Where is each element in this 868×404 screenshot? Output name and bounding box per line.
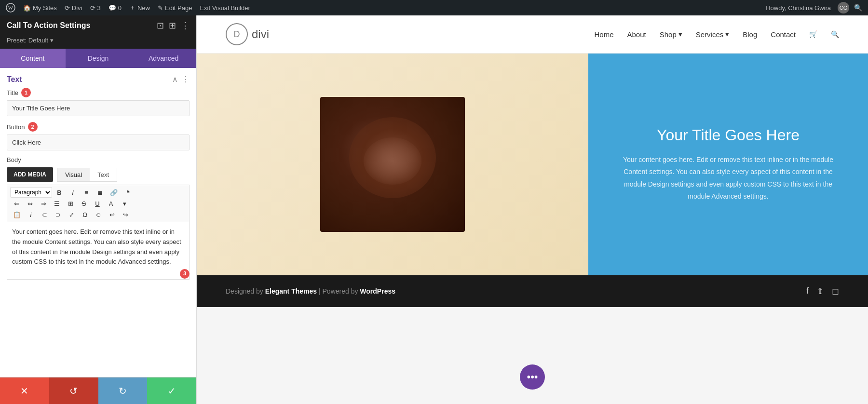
nav-blog[interactable]: Blog: [743, 30, 757, 39]
exit-vb-link[interactable]: Exit Visual Builder: [200, 4, 250, 12]
body-badge: 3: [180, 269, 190, 279]
undo-button[interactable]: ↺: [49, 377, 98, 404]
toolbar-row-2: ⇐ ⇔ ⇒ ☰ ⊞ S U A ▾: [10, 199, 186, 209]
admin-search-icon[interactable]: 🔍: [854, 4, 862, 12]
editor-toolbar: Paragraph Heading 1 Heading 2 B I ≡ ≣ 🔗 …: [7, 185, 190, 222]
cta-title: Your Title Goes Here: [657, 126, 800, 144]
edit-page-link[interactable]: ✎ Edit Page: [158, 4, 192, 12]
panel-footer: ✕ ↺ ↻ ✓: [0, 377, 196, 404]
button-input[interactable]: [7, 135, 190, 150]
visual-tab[interactable]: Visual: [57, 168, 90, 181]
justify-button[interactable]: ☰: [51, 199, 63, 209]
ordered-list-button[interactable]: ≣: [94, 187, 106, 198]
panel-header: Call To Action Settings ⊡ ⊞ ⋮: [0, 15, 196, 36]
divi-menu[interactable]: ⟳ Divi: [65, 4, 82, 12]
tab-design[interactable]: Design: [66, 49, 131, 68]
cancel-button[interactable]: ✕: [0, 377, 49, 404]
align-left-button[interactable]: ⇐: [10, 199, 23, 209]
text-color-arrow[interactable]: ▾: [118, 199, 131, 209]
bold-button[interactable]: B: [53, 187, 66, 198]
wp-logo[interactable]: W: [6, 3, 15, 13]
strikethrough-button[interactable]: S: [78, 199, 90, 209]
nav-about[interactable]: About: [627, 30, 646, 39]
preset-label[interactable]: Preset: Default: [7, 37, 48, 44]
site-footer: Designed by Elegant Themes | Powered by …: [197, 275, 868, 307]
page-content: Your Title Goes Here Your content goes h…: [197, 54, 868, 404]
emoji-button[interactable]: ☺: [92, 210, 105, 220]
title-badge: 1: [21, 88, 31, 97]
body-text: Your content goes here. Edit or remove t…: [12, 228, 181, 265]
sync-count[interactable]: ⟳ 3: [90, 4, 101, 12]
body-field-label: Body: [7, 156, 190, 163]
align-right-button[interactable]: ⇒: [37, 199, 50, 209]
cart-icon[interactable]: 🛒: [809, 30, 817, 38]
nav-contact[interactable]: Contact: [771, 30, 796, 39]
cta-body: Your content goes here. Edit or remove t…: [617, 154, 839, 202]
tab-content[interactable]: Content: [0, 49, 66, 68]
body-section: Body ADD MEDIA Visual Text Paragraph Hea…: [0, 156, 196, 285]
twitter-icon[interactable]: 𝕥: [818, 286, 822, 296]
undo-editor-button[interactable]: ↩: [106, 210, 118, 220]
site-header: D divi Home About Shop ▾ Services ▾ Blog…: [197, 15, 868, 54]
italic-button[interactable]: I: [67, 187, 79, 198]
blockquote-button[interactable]: ❝: [122, 187, 134, 198]
site-logo: D divi: [226, 23, 269, 45]
text-color-button[interactable]: A: [105, 199, 117, 209]
new-menu[interactable]: ＋ New: [129, 3, 150, 12]
tab-advanced[interactable]: Advanced: [131, 49, 196, 68]
indent-button[interactable]: ⊂: [38, 210, 51, 220]
title-field-group: Title 1: [0, 88, 196, 122]
user-avatar: CG: [838, 2, 849, 13]
hero-section: Your Title Goes Here Your content goes h…: [197, 54, 868, 275]
logo-text: divi: [252, 27, 269, 41]
title-input[interactable]: [7, 100, 190, 116]
fullscreen-button[interactable]: ⤢: [65, 210, 78, 220]
body-editor[interactable]: Your content goes here. Edit or remove t…: [7, 222, 190, 280]
align-center-button[interactable]: ⇔: [24, 199, 36, 209]
button-label: Button 2: [7, 122, 190, 132]
floating-action-button[interactable]: •••: [520, 364, 545, 390]
panel-preset: Preset: Default ▾: [0, 36, 196, 49]
footer-text: Designed by Elegant Themes | Powered by …: [226, 287, 395, 295]
nav-shop[interactable]: Shop ▾: [660, 30, 682, 39]
preview-area: D divi Home About Shop ▾ Services ▾ Blog…: [197, 15, 868, 404]
hero-image-side: [197, 54, 588, 275]
visual-text-tabs: Visual Text: [57, 168, 117, 182]
my-sites-menu[interactable]: 🏠 My Sites: [23, 4, 57, 12]
section-more-icon[interactable]: ⋮: [182, 75, 190, 84]
bread-image: [320, 97, 465, 232]
nav-services[interactable]: Services ▾: [696, 30, 730, 39]
underline-button[interactable]: U: [91, 199, 104, 209]
instagram-icon[interactable]: ◻: [832, 286, 839, 296]
paragraph-select[interactable]: Paragraph Heading 1 Heading 2: [10, 187, 52, 198]
special-char-button[interactable]: Ω: [79, 210, 91, 220]
section-title: Text: [7, 75, 22, 84]
paste-text-button[interactable]: 📋: [10, 210, 24, 220]
grid-icon[interactable]: ⊞: [169, 20, 176, 31]
add-media-button[interactable]: ADD MEDIA: [7, 167, 53, 182]
comments-menu[interactable]: 💬 0: [108, 4, 122, 12]
toolbar-row-1: Paragraph Heading 1 Heading 2 B I ≡ ≣ 🔗 …: [10, 187, 186, 198]
outdent-button[interactable]: ⊃: [52, 210, 64, 220]
section-header-icons: ∧ ⋮: [172, 75, 190, 84]
site-nav: Home About Shop ▾ Services ▾ Blog Contac…: [594, 30, 839, 39]
redo-button[interactable]: ↻: [98, 377, 148, 404]
search-icon[interactable]: 🔍: [831, 30, 839, 38]
unordered-list-button[interactable]: ≡: [80, 187, 93, 198]
table-button[interactable]: ⊞: [64, 199, 77, 209]
collapse-icon[interactable]: ∧: [172, 75, 178, 84]
italic2-button[interactable]: i: [25, 210, 37, 220]
text-tab[interactable]: Text: [90, 168, 117, 181]
link-button[interactable]: 🔗: [107, 187, 121, 198]
title-label: Title 1: [7, 88, 190, 97]
nav-home[interactable]: Home: [594, 30, 613, 39]
minimize-icon[interactable]: ⊡: [157, 20, 164, 31]
panel-content: Text ∧ ⋮ Title 1 Button 2: [0, 68, 196, 377]
facebook-icon[interactable]: f: [806, 286, 809, 296]
button-field-group: Button 2: [0, 122, 196, 156]
save-button[interactable]: ✓: [147, 377, 196, 404]
button-badge: 2: [28, 122, 38, 132]
footer-social: f 𝕥 ◻: [806, 286, 839, 296]
more-options-icon[interactable]: ⋮: [181, 20, 190, 31]
redo-editor-button[interactable]: ↪: [119, 210, 132, 220]
